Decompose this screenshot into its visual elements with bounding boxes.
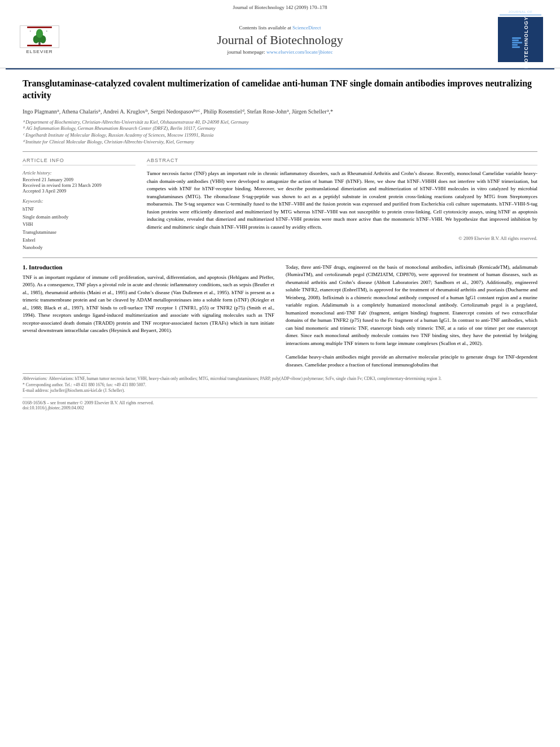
doi-text: doi:10.1016/j.jbiotec.2009.04.002 (23, 405, 537, 410)
svg-rect-7 (27, 27, 52, 28)
intro-para1: TNF is an important regulator of immune … (23, 274, 274, 335)
body-two-column: 1. Introduction TNF is an important regu… (23, 264, 537, 369)
page: Journal of Biotechnology 142 (2009) 170–… (0, 0, 560, 747)
svg-text:*: * (30, 30, 32, 33)
bio-logo-top: JOURNAL OF (500, 10, 541, 15)
bio-logo-vertical: BioteCHNOlOGY (524, 16, 529, 69)
article-content: Transglutaminase-catalyzed covalent mult… (0, 69, 560, 419)
abbreviations-footnote: Abbreviations: Abbreviations: hTNF, huma… (23, 376, 537, 382)
authors-text: Ingo Plagmannᵃ, Athena Chalarisᵃ, Andrei… (23, 108, 333, 115)
corresponding-footnote: * Corresponding author. Tel.: +49 431 88… (23, 382, 537, 388)
affiliations: ᵃ Department of Biochemistry, Christian-… (23, 119, 537, 146)
authors: Ingo Plagmannᵃ, Athena Chalarisᵃ, Andrei… (23, 107, 537, 116)
homepage-url: www.elsevier.com/locate/jbiotec (266, 49, 333, 55)
bio-bar-1 (512, 37, 521, 39)
abstract-col: ABSTRACT Tumor necrosis factor (TNF) pla… (147, 158, 537, 252)
affiliation-a: ᵃ Department of Biochemistry, Christian-… (23, 119, 537, 126)
article-info-label: ARTICLE INFO (23, 158, 135, 165)
body-content: 1. Introduction TNF is an important regu… (23, 264, 537, 369)
keyword-4: Transglutaminase (23, 229, 135, 237)
copyright: © 2009 Elsevier B.V. All rights reserved… (147, 235, 537, 241)
keyword-3: VHH (23, 221, 135, 229)
science-direct-line: Contents lists available at ScienceDirec… (62, 25, 498, 30)
article-info-col: ARTICLE INFO Article history: Received 2… (23, 158, 135, 252)
elsevier-label: ELSEVIER (26, 49, 53, 54)
abstract-label: ABSTRACT (147, 158, 537, 165)
email-text: E-mail address: jscheller@biochem.uni-ki… (23, 388, 125, 393)
footnote-divider (23, 373, 90, 374)
keywords-label: Keywords: (23, 198, 135, 204)
page-footer: 0168-1656/$ – see front matter © 2009 El… (23, 397, 537, 410)
contents-text: Contents lists available at (239, 25, 291, 30)
journal-citation: Journal of Biotechnology 142 (2009) 170–… (11, 5, 549, 10)
page-footer-bottom: 0168-1656/$ – see front matter © 2009 El… (23, 400, 537, 405)
received-date: Received 21 January 2009 (23, 177, 135, 182)
svg-point-4 (36, 29, 43, 38)
revised-date: Received in revised form 23 March 2009 (23, 182, 135, 188)
homepage-prefix: journal homepage: (228, 49, 265, 55)
affiliation-d: ᵈ Institute for Clinical Molecular Biolo… (23, 139, 537, 146)
abbrev-label: Abbreviations: (23, 376, 49, 381)
keyword-2: Single domain antibody (23, 213, 135, 221)
journal-title-area: Contents lists available at ScienceDirec… (62, 25, 498, 55)
journal-name: Journal of Biotechnology (62, 33, 498, 47)
bio-bar-3 (512, 42, 522, 43)
intro-title: 1. Introduction (23, 264, 274, 270)
science-direct-link: ScienceDirect (292, 25, 321, 30)
keyword-6: Nanobody (23, 244, 135, 252)
abstract-text: Tumor necrosis factor (TNF) plays an imp… (147, 170, 537, 231)
intro-para3: Camelidae heavy-chain antibodies might p… (286, 353, 537, 369)
accepted-date: Accepted 3 April 2009 (23, 188, 135, 194)
abbrev-text: Abbreviations: hTNF, human tumor necrosi… (49, 376, 441, 381)
intro-para2: Today, three anti-TNF drugs, engineered … (286, 264, 537, 348)
bio-logo-bars (512, 37, 522, 48)
affiliation-b: ᵇ AG Inflammation Biology, German Rheuma… (23, 125, 537, 132)
body-left-col: 1. Introduction TNF is an important regu… (23, 264, 274, 369)
article-divider (23, 151, 537, 152)
svg-text:*: * (46, 30, 47, 33)
article-title: Transglutaminase-catalyzed covalent mult… (23, 78, 537, 102)
header-content: * * ELSEVIER Contents lists available at… (11, 14, 549, 65)
corresponding-text: * Corresponding author. Tel.: +49 431 88… (23, 382, 146, 387)
bio-bar-5 (512, 46, 520, 48)
bio-logo-content: BioteCHNOlOGY (500, 16, 541, 69)
keyword-5: Enbrel (23, 237, 135, 244)
body-right-col: Today, three anti-TNF drugs, engineered … (286, 264, 537, 369)
journal-header: Journal of Biotechnology 142 (2009) 170–… (0, 0, 560, 68)
biotechnology-logo: JOURNAL OF BioteCHNOlOGY (498, 17, 543, 62)
issn-text: 0168-1656/$ – see front matter © 2009 El… (23, 400, 154, 405)
history-label: Article history: (23, 170, 135, 176)
elsevier-logo-img: * * (20, 25, 59, 48)
bio-bar-4 (512, 44, 518, 46)
email-footnote: E-mail address: jscheller@biochem.uni-ki… (23, 388, 537, 394)
bio-bar-2 (512, 40, 519, 41)
body-divider (23, 257, 537, 258)
journal-homepage: journal homepage: www.elsevier.com/locat… (62, 49, 498, 55)
history-row: Article history: Received 21 January 200… (23, 170, 135, 194)
svg-rect-8 (27, 45, 52, 46)
affiliation-c: ᶜ Engelhardt Institute of Molecular Biol… (23, 132, 537, 139)
keyword-1: hTNF (23, 206, 135, 213)
article-info-abstract: ARTICLE INFO Article history: Received 2… (23, 158, 537, 252)
elsevier-logo: * * ELSEVIER (17, 24, 62, 55)
